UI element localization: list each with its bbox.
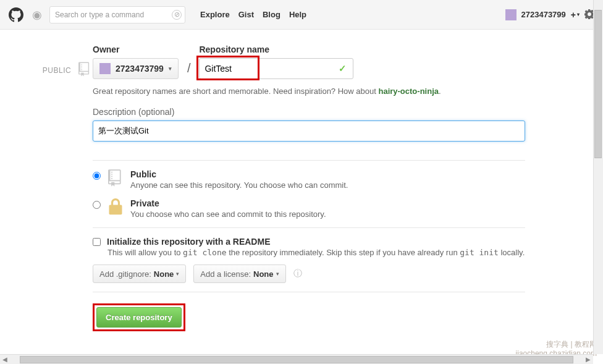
check-icon: ✓	[339, 63, 347, 74]
license-dropdown[interactable]: Add a license: None ▾	[193, 265, 285, 283]
search-container: ⊘	[49, 6, 185, 23]
user-menu: 2723473799 +▾	[505, 9, 596, 20]
repo-name-label: Repository name	[199, 44, 458, 54]
scroll-left-arrow[interactable]: ◀	[0, 356, 10, 363]
init-readme-label: Initialize this repository with a README	[107, 237, 270, 247]
nav-gist[interactable]: Gist	[238, 10, 254, 19]
search-input[interactable]	[49, 6, 185, 23]
nav-help[interactable]: Help	[289, 10, 306, 19]
gitignore-dropdown[interactable]: Add .gitignore: None ▾	[93, 265, 186, 283]
public-radio[interactable]	[93, 172, 101, 180]
create-new-menu[interactable]: +▾	[571, 10, 580, 20]
caret-down-icon: ▾	[176, 271, 179, 277]
repo-name-hint: Great repository names are short and mem…	[93, 87, 525, 96]
username-label[interactable]: 2723473799	[521, 10, 566, 19]
nav-explore[interactable]: Explore	[200, 10, 230, 19]
owner-dropdown[interactable]: 2723473799 ▾	[93, 58, 179, 79]
horizontal-scrollbar[interactable]: ◀ ▶	[0, 354, 593, 364]
divider	[93, 227, 525, 228]
private-sub: You choose who can see and commit to thi…	[130, 210, 326, 219]
info-icon[interactable]: ⓘ	[293, 268, 302, 279]
topbar: ◉ ⊘ Explore Gist Blog Help 2723473799 +▾	[0, 0, 603, 30]
repo-name-input[interactable]	[200, 59, 353, 78]
create-repository-button[interactable]: Create repository	[96, 307, 182, 328]
divider	[93, 160, 525, 161]
repo-icon	[78, 62, 91, 78]
nav-blog[interactable]: Blog	[263, 10, 280, 19]
owner-avatar-icon	[99, 63, 111, 74]
caret-down-icon: ▾	[276, 271, 279, 277]
visibility-public-option[interactable]: Public Anyone can see this repository. Y…	[93, 169, 525, 190]
init-readme-checkbox[interactable]	[93, 238, 101, 246]
private-radio[interactable]	[93, 201, 101, 209]
scrollbar-thumb[interactable]	[20, 356, 573, 363]
init-readme-sub: This will allow you to git clone the rep…	[108, 248, 525, 257]
owner-value: 2723473799	[116, 64, 164, 74]
owner-repo-slash: /	[187, 61, 191, 75]
private-lock-icon	[107, 198, 124, 216]
public-repo-icon	[107, 169, 124, 187]
repo-name-field: ✓	[199, 58, 353, 79]
caret-down-icon: ▾	[169, 66, 172, 72]
create-repo-form: Owner 2723473799 ▾ / Repository name ✓	[93, 44, 550, 331]
vertical-scrollbar[interactable]	[593, 0, 603, 354]
public-title: Public	[130, 169, 156, 179]
visibility-badge: PUBLIC	[41, 62, 93, 331]
suggested-name-link[interactable]: hairy-octo-ninja	[378, 87, 439, 96]
main-content: PUBLIC Owner 2723473799 ▾ / Repository n…	[0, 30, 603, 331]
scrollbar-thumb[interactable]	[594, 10, 602, 158]
visibility-badge-label: PUBLIC	[43, 66, 71, 75]
github-logo-icon[interactable]	[7, 6, 25, 23]
avatar-icon[interactable]	[505, 9, 517, 20]
divider	[93, 292, 525, 292]
visibility-private-option[interactable]: Private You choose who can see and commi…	[93, 198, 525, 219]
init-readme-option[interactable]: Initialize this repository with a README	[93, 237, 525, 247]
private-title: Private	[130, 198, 159, 208]
command-badge-icon[interactable]: ⊘	[172, 10, 182, 20]
public-sub: Anyone can see this repository. You choo…	[130, 180, 348, 190]
highlight-annotation: Create repository	[93, 303, 185, 331]
top-nav: Explore Gist Blog Help	[200, 10, 306, 19]
scroll-right-arrow[interactable]: ▶	[583, 356, 593, 363]
notifications-icon[interactable]: ◉	[31, 9, 43, 21]
description-label: Description (optional)	[93, 107, 525, 117]
description-input[interactable]	[93, 121, 525, 142]
owner-label: Owner	[93, 44, 179, 54]
